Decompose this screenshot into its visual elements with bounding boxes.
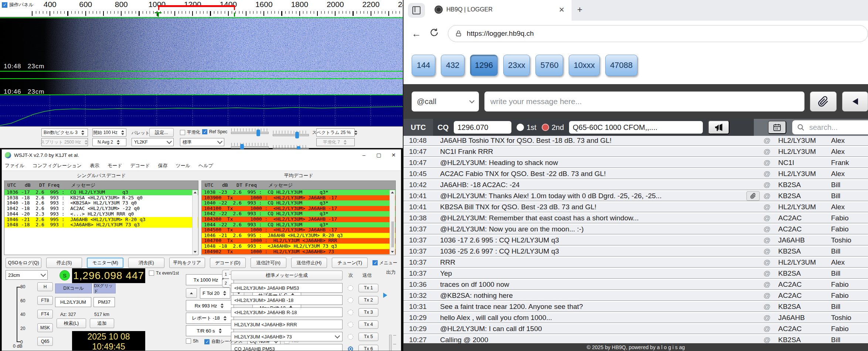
chevron-down-icon[interactable] <box>335 333 340 338</box>
dx-call-field[interactable]: HL2/LY3UM <box>55 297 91 307</box>
chat-row[interactable]: 10:29 @HL2/LY3UM: I can call df 1500 @ A… <box>404 324 868 334</box>
chat-callsign[interactable]: KB2SA <box>778 303 831 311</box>
sh-checkbox[interactable]: Sh <box>186 338 198 344</box>
action-button[interactable]: QSOをログ(Q) <box>6 258 41 268</box>
band-button[interactable]: 10xxx <box>569 55 599 76</box>
start-freq-spinner[interactable]: 開始 100 Hz <box>92 128 126 137</box>
tab-actions-button[interactable] <box>408 3 425 18</box>
chat-callsign[interactable]: AC2AC <box>778 292 831 300</box>
n-avg-spinner[interactable]: N Avg 2 <box>92 138 126 146</box>
decode-line[interactable]: 1044 -22 2.6 993 : CQ HL2/LY3UM q3* <box>202 222 395 228</box>
chat-row[interactable]: 10:37 @HL2/LY3UM: Now you are on the moo… <box>404 224 868 234</box>
tx-send-button[interactable]: Tx 5 <box>358 333 378 341</box>
mode-button[interactable]: Q65 <box>37 337 53 346</box>
decode-line[interactable]: 104300 Tx 1000 : <HL2/LY3UM> JA6AHB -17 <box>202 217 395 222</box>
decode-line[interactable]: 1046 -21 2.6 995 : JA6AHB <HL2/LY3UM> R-… <box>4 217 198 223</box>
menu-item[interactable]: モード <box>108 162 122 169</box>
decode-line[interactable]: 1038 -18 2.6 993 : KB2SA <HL2/LY3UM> R-2… <box>4 195 198 201</box>
decode-line[interactable]: 103900 Tx 1000 : <HL2/LY3UM> JA6AHB -17 <box>202 195 395 201</box>
next-radio[interactable] <box>348 322 353 327</box>
at-call-select[interactable]: @call <box>412 92 479 111</box>
decode-line[interactable]: 1040 -18 2.6 993 : <KB2SA> HL2/LY3UM 73 … <box>4 200 198 206</box>
palette-settings-button[interactable]: 設定... <box>149 128 174 137</box>
menu-item[interactable]: コンフィグレーション <box>33 162 82 169</box>
tr-period-spinner[interactable]: T/R 60 s <box>186 325 234 336</box>
tx-message-field[interactable]: <HL2/LY3UM> JA6AHB PM53 <box>231 283 343 293</box>
decode-line[interactable]: 1040 -22 2.6 993 : CQ HL2/LY3UM q3* <box>202 200 395 206</box>
next-radio[interactable] <box>348 285 353 291</box>
chat-row[interactable]: 10:31 See a faint trace near 1200. Anyon… <box>404 302 868 312</box>
ftol-spinner[interactable]: F Tol 20 <box>200 288 230 299</box>
band-button[interactable]: 432 <box>441 55 464 76</box>
mode-button[interactable]: FT4 <box>37 310 53 319</box>
chat-callsign[interactable]: HL2/LY3UM <box>778 258 831 266</box>
frequency-scale[interactable]: 操作パネル 4006008001000120014001600180020002… <box>0 0 403 17</box>
decode-line[interactable]: 104700 Tx 1000 : HL2/LY3UM <JA6AHB> RRR <box>202 238 395 244</box>
chat-callsign[interactable]: JA6AHB <box>778 314 831 322</box>
left-decode-panel[interactable]: 1036 -17 2.6 995 : CQ HL2/LY3UM q31038 -… <box>4 189 198 255</box>
back-icon[interactable]: ← <box>412 28 421 39</box>
tx-message-field[interactable]: CQ JA6AHB PM53 <box>231 344 343 351</box>
send-button-partial[interactable] <box>842 92 868 111</box>
radio-icon[interactable] <box>517 124 524 131</box>
decode-line[interactable]: 104902 Tx 1000 : HL2/LY3UM <JA6AHB> 73 <box>202 249 395 255</box>
tx-even-checkbox[interactable]: Tx even/1st <box>149 271 179 276</box>
action-button[interactable]: 停止(S) <box>46 258 82 268</box>
gain-slider-1[interactable] <box>231 132 269 134</box>
spectrum-percent-spinner[interactable]: スペクトラム 25 % <box>316 128 355 137</box>
chat-row[interactable]: 10:37 RRR @ HL2/LY3UM Alex <box>404 258 868 268</box>
chat-callsign[interactable]: KB2SA <box>778 336 831 344</box>
radio-selected-icon[interactable] <box>542 124 549 131</box>
chat-callsign[interactable]: HL2/LY3UM <box>778 137 831 145</box>
action-button[interactable]: チューン(T) <box>332 258 368 268</box>
menu-item[interactable]: ヘルプ <box>198 162 213 169</box>
tx-send-button[interactable]: Tx 2 <box>358 296 378 304</box>
mode-button[interactable]: FT8 <box>37 296 53 305</box>
second-period-radio[interactable]: 2nd <box>542 123 564 132</box>
chat-row[interactable]: 10:41 @HL2/LY3UM: Thanks Alex! 1.0m toda… <box>404 191 868 201</box>
message-input[interactable]: write your message here... <box>484 92 804 111</box>
chat-callsign[interactable]: KB2SA <box>778 181 831 189</box>
tx-send-button[interactable]: Tx 3 <box>358 308 378 317</box>
decode-line[interactable]: 1044 -20 2.3 993 : <...> HL2/LY3UM RRR q… <box>4 211 198 217</box>
left-decode-scrollbar[interactable] <box>192 190 198 254</box>
decode-line[interactable]: 1036 -17 2.6 995 : CQ HL2/LY3UM q3 <box>4 190 198 195</box>
menu-item[interactable]: ツール <box>176 162 191 169</box>
display-mode-select[interactable]: 標準 <box>180 138 224 146</box>
dx-grid-field[interactable]: PM37 <box>93 297 115 307</box>
chat-callsign[interactable]: HL2/LY3UM <box>778 170 831 178</box>
mode-button[interactable]: MSK <box>37 323 53 332</box>
band-button[interactable]: 144 <box>412 55 435 76</box>
chat-row[interactable]: 10:29 hello Alex , will call you cfom 10… <box>404 313 868 323</box>
close-icon[interactable]: ✕ <box>386 149 401 161</box>
chat-callsign[interactable]: KB2SA <box>778 192 831 200</box>
menu-toggle-checkbox[interactable]: メニュー <box>372 260 397 266</box>
tx-message-field[interactable]: <HL2/LY3UM> JA6AHB R-18 <box>231 307 343 317</box>
chat-row[interactable]: 10:37 Yep @ KB2SA Bill <box>404 269 868 279</box>
chat-table[interactable]: 10:48 JA6AHB Toshio TNX for QSO. Best -1… <box>404 136 868 351</box>
control-panel-checkbox[interactable]: 操作パネル <box>2 1 34 8</box>
flatten-checkbox[interactable]: 平滑化 <box>180 129 200 135</box>
output-slider[interactable] <box>389 335 392 351</box>
tx-message-field[interactable]: HL2/LY3UM <JA6AHB> RRR <box>231 320 343 329</box>
minimize-icon[interactable]: – <box>357 149 371 161</box>
attachment-chip[interactable] <box>746 191 760 201</box>
chat-row[interactable]: 10:37 1036 -25 2.6 997 : CQ HL2/LY3UM q3… <box>404 247 868 257</box>
action-button[interactable]: 送信許可(n) <box>251 258 286 268</box>
tab-close-icon[interactable]: ✕ <box>559 6 565 14</box>
zero-slider-1[interactable] <box>273 134 309 136</box>
checkbox-icon[interactable] <box>2 2 7 8</box>
chat-callsign[interactable]: KB2SA <box>778 247 831 255</box>
chat-row[interactable]: 10:36 traces on df 1000 now @ AC2AC Fabi… <box>404 280 868 290</box>
menu-item[interactable]: 保存 <box>158 162 168 169</box>
band-select[interactable]: 23cm <box>6 270 48 280</box>
chat-callsign[interactable]: AC2AC <box>778 325 831 333</box>
browser-tab[interactable]: HB9Q | LOGGER ✕ <box>429 0 570 19</box>
mode-button[interactable]: H <box>37 282 53 291</box>
decode-line[interactable]: 1048 -18 2.6 993 : <JA6AHB> HL2/LY3UM 73… <box>202 244 395 249</box>
report-spinner[interactable]: レポート -18 <box>186 313 234 324</box>
right-decode-panel[interactable]: 1038 -23 2.6 995 : CQ HL2/LY3UM q3*10390… <box>201 189 396 255</box>
rx-freq-spinner[interactable]: Rx 993 Hz <box>186 300 234 311</box>
chat-callsign[interactable]: HL2/LY3UM <box>778 148 831 156</box>
output-level-arrow[interactable] <box>383 293 387 298</box>
